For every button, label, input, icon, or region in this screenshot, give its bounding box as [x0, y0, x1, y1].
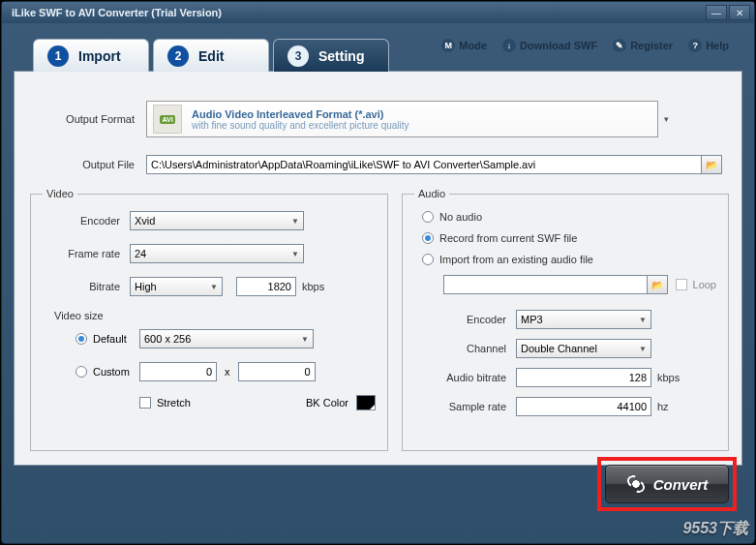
- titlebar: iLike SWF to AVI Converter (Trial Versio…: [2, 2, 754, 23]
- audio-record-radio[interactable]: [422, 232, 434, 244]
- window-title: iLike SWF to AVI Converter (Trial Versio…: [12, 7, 222, 18]
- output-file-row: Output File 📂: [63, 155, 722, 174]
- output-format-select[interactable]: AVI Audio Video Interleaved Format (*.av…: [146, 101, 658, 137]
- output-file-label: Output File: [63, 159, 135, 170]
- tab-edit[interactable]: 2Edit: [153, 39, 269, 72]
- video-size-select[interactable]: 600 x 256: [139, 329, 314, 348]
- audio-import-radio[interactable]: [422, 254, 434, 265]
- default-radio-label: Default: [93, 333, 139, 345]
- frame-rate-label: Frame rate: [43, 248, 130, 259]
- mode-icon: M: [441, 39, 455, 52]
- video-bitrate-select[interactable]: High: [130, 277, 223, 296]
- audio-encoder-select[interactable]: MP3: [516, 310, 651, 329]
- sample-rate-input[interactable]: [516, 397, 651, 416]
- sample-rate-label: Sample rate: [414, 401, 516, 412]
- audio-none-label: No audio: [439, 211, 482, 223]
- tab-setting[interactable]: 3Setting: [273, 39, 389, 72]
- video-bitrate-unit: kbps: [302, 281, 324, 292]
- audio-channel-label: Channel: [414, 343, 516, 354]
- output-file-input[interactable]: [146, 155, 702, 174]
- sample-rate-unit: hz: [657, 401, 669, 412]
- audio-bitrate-unit: kbps: [657, 372, 680, 383]
- output-format-row: Output Format AVI Audio Video Interleave…: [63, 101, 674, 137]
- bk-color-picker[interactable]: [356, 395, 376, 410]
- bk-color-label: BK Color: [306, 397, 348, 409]
- convert-button[interactable]: Convert: [605, 465, 729, 503]
- video-size-custom-radio[interactable]: [76, 366, 87, 378]
- video-encoder-label: Encoder: [43, 215, 130, 227]
- browse-output-button[interactable]: 📂: [701, 155, 722, 174]
- download-icon: ↓: [502, 39, 516, 52]
- audio-bitrate-label: Audio bitrate: [414, 372, 516, 383]
- menu-mode[interactable]: MMode: [434, 35, 495, 56]
- video-group: Video Encoder Xvid Frame rate 24 Bitrate…: [30, 188, 388, 451]
- register-icon: ✎: [613, 39, 626, 52]
- loop-label: Loop: [693, 279, 716, 290]
- custom-radio-label: Custom: [93, 366, 139, 378]
- watermark: 9553下载: [682, 519, 748, 539]
- minimize-button[interactable]: —: [706, 5, 727, 20]
- window-controls: — ✕: [706, 5, 750, 20]
- format-dropdown-icon[interactable]: ▾: [658, 114, 674, 124]
- loop-checkbox[interactable]: [676, 279, 687, 290]
- audio-encoder-label: Encoder: [414, 314, 516, 325]
- app-window: iLike SWF to AVI Converter (Trial Versio…: [1, 1, 755, 544]
- format-title: Audio Video Interleaved Format (*.avi): [192, 108, 409, 120]
- audio-bitrate-input[interactable]: [516, 368, 651, 387]
- audio-record-label: Record from current SWF file: [439, 232, 577, 244]
- custom-height-input[interactable]: [238, 362, 316, 381]
- custom-width-input[interactable]: [139, 362, 217, 381]
- audio-group: Audio No audio Record from current SWF f…: [402, 188, 729, 451]
- stretch-label: Stretch: [157, 397, 191, 409]
- output-format-label: Output Format: [63, 113, 135, 125]
- audio-channel-select[interactable]: Double Channel: [516, 339, 651, 358]
- convert-icon: [626, 474, 646, 494]
- content-panel: Output Format AVI Audio Video Interleave…: [14, 71, 742, 466]
- menu-register[interactable]: ✎Register: [605, 35, 680, 56]
- video-size-default-radio[interactable]: [76, 333, 87, 345]
- video-legend: Video: [43, 188, 77, 199]
- avi-icon: AVI: [153, 105, 182, 134]
- browse-audio-button[interactable]: 📂: [647, 275, 668, 294]
- menu-download-swf[interactable]: ↓Download SWF: [495, 35, 605, 56]
- tabs: 1Import 2Edit 3Setting: [33, 39, 393, 72]
- help-icon: ?: [688, 39, 702, 52]
- audio-import-label: Import from an existing audio file: [439, 254, 593, 265]
- menu-help[interactable]: ?Help: [680, 35, 737, 56]
- tab-import[interactable]: 1Import: [33, 39, 149, 72]
- stretch-checkbox[interactable]: [139, 397, 151, 409]
- audio-file-input[interactable]: [443, 275, 648, 294]
- video-size-label: Video size: [43, 310, 130, 321]
- audio-legend: Audio: [414, 188, 449, 199]
- format-desc: with fine sound quality and excellent pi…: [192, 120, 409, 131]
- video-bitrate-input[interactable]: [236, 277, 296, 296]
- frame-rate-select[interactable]: 24: [130, 244, 304, 263]
- video-bitrate-label: Bitrate: [43, 281, 130, 292]
- close-button[interactable]: ✕: [729, 5, 750, 20]
- video-encoder-select[interactable]: Xvid: [130, 211, 304, 230]
- audio-none-radio[interactable]: [422, 211, 434, 223]
- convert-highlight: Convert: [597, 457, 737, 511]
